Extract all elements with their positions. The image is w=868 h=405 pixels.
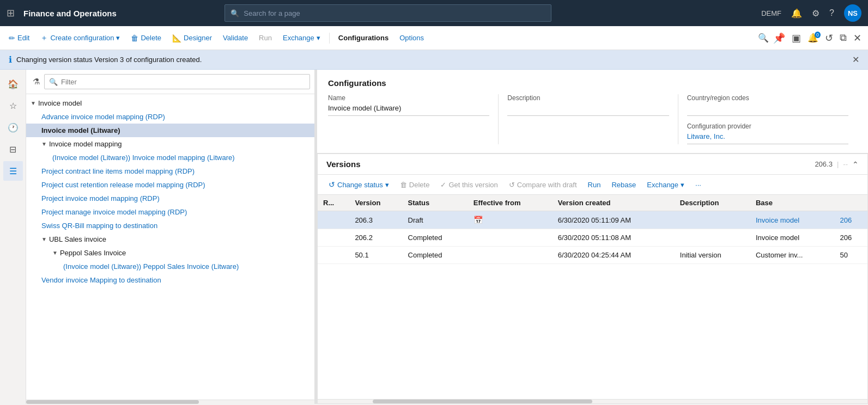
col-base: Base [750,195,834,211]
provider-value[interactable]: Litware, Inc. [687,132,848,144]
tree-item-peppol-sales[interactable]: ▼ Peppol Sales Invoice [26,246,314,260]
tree-item-project-contract[interactable]: Project contract line items model mappin… [26,164,314,178]
pin-icon[interactable]: 📌 [773,32,785,44]
table-row[interactable]: 206.2 Completed 6/30/2020 05:11:08 AM In… [318,229,867,247]
cell-base-num-3: 50 [834,247,867,264]
tree-item-swiss-qr[interactable]: Swiss QR-Bill mapping to destination [26,219,314,232]
config-provider-section: Configuration provider Litware, Inc. [687,122,848,144]
cell-effective-2 [468,229,553,247]
versions-table: R... Version Status Effective from Versi… [318,195,867,399]
configurations-button[interactable]: Configurations [334,32,393,44]
refresh-icon[interactable]: ↺ [825,32,833,44]
search-placeholder: Search for a page [244,9,300,17]
config-section-title: Configurations [328,78,857,88]
favorites-icon-btn[interactable]: ☆ [3,96,23,115]
nav-page-sep: -- [843,160,848,168]
run-button[interactable]: Run [254,32,276,44]
versions-scrollbar-thumb[interactable] [373,400,593,403]
tree-item-invoice-litware[interactable]: Invoice model (Litware) [26,124,314,137]
rebase-button[interactable]: Rebase [607,179,640,191]
workspaces-icon-btn[interactable]: ⊟ [3,139,23,159]
versions-delete-button[interactable]: 🗑 Delete [396,179,434,191]
tree-scrollbar-thumb[interactable] [26,400,199,404]
cell-r-2 [318,229,349,247]
cell-base-num-1[interactable]: 206 [834,211,867,229]
filter-icon[interactable]: ⚗ [31,75,42,89]
tree-item-project-cust[interactable]: Project cust retention release model map… [26,178,314,192]
versions-scrollbar [318,399,867,403]
open-in-new-icon[interactable]: ⧉ [840,32,847,44]
recent-icon-btn[interactable]: 🕐 [3,118,23,137]
bell-icon[interactable]: 🔔 [791,8,802,19]
exchange-chevron-icon-2: ▾ [681,181,684,189]
compare-draft-button[interactable]: ↺ Compare with draft [505,179,581,191]
cell-base-3: Customer inv... [750,247,834,264]
tree-item-advance-invoice[interactable]: Advance invoice model mapping (RDP) [26,110,314,124]
sidebar-toggle-icon[interactable]: ▣ [792,32,801,44]
col-base-num [834,195,867,211]
tree-item-invoice-model-mapping[interactable]: ▼ Invoice model mapping [26,137,314,151]
info-icon: ℹ [9,54,12,65]
tree-item-peppol-litware[interactable]: (Invoice model (Litware)) Peppol Sales I… [26,260,314,273]
table-row[interactable]: 50.1 Completed 6/30/2020 04:25:44 AM Ini… [318,247,867,264]
designer-icon: 📐 [172,34,181,42]
search-bar[interactable]: 🔍 Search for a page [224,4,551,22]
tree-item-project-invoice[interactable]: Project invoice model mapping (RDP) [26,192,314,205]
help-icon[interactable]: ? [829,8,834,18]
tree-item-project-manage[interactable]: Project manage invoice model mapping (RD… [26,205,314,219]
config-section: Configurations Name Invoice model (Litwa… [317,70,868,154]
modules-icon-btn[interactable]: ☰ [3,161,23,181]
delete-button[interactable]: 🗑 Delete [126,32,166,45]
notification-badge[interactable]: 🔔0 [808,33,818,43]
tree-item-ubl-sales[interactable]: ▼ UBL Sales invoice [26,232,314,246]
name-value[interactable]: Invoice model (Litware) [328,104,489,116]
refresh-icon-sm: ↺ [329,180,335,189]
banner-close-button[interactable]: ✕ [852,54,859,65]
edit-button[interactable]: ✏ Edit [4,32,34,45]
tree-scrollbar [26,400,314,404]
exchange-button[interactable]: Exchange ▾ [278,32,325,44]
user-avatar[interactable]: NS [844,4,861,22]
more-button[interactable]: ··· [691,179,706,191]
col-description: Description [675,195,750,211]
cell-base-2: Invoice model [750,229,834,247]
create-config-button[interactable]: ＋ Create configuration ▾ [36,31,124,45]
change-status-button[interactable]: ↺ Change status ▾ [324,178,393,191]
options-button[interactable]: Options [395,32,428,44]
close-page-icon[interactable]: ✕ [853,32,861,44]
nav-up-button[interactable]: ⌃ [852,160,859,169]
get-version-button[interactable]: ✓ Get this version [436,179,502,191]
col-r: R... [318,195,349,211]
versions-run-button[interactable]: Run [584,179,605,191]
tree-item-invoice-model[interactable]: ▼ Invoice model [26,96,314,110]
cell-base-num-2: 206 [834,229,867,247]
create-chevron-icon: ▾ [116,34,120,42]
versions-exchange-button[interactable]: Exchange ▾ [642,179,689,191]
toolbar-sep-1 [329,33,330,44]
designer-button[interactable]: 📐 Designer [168,32,216,45]
home-icon-btn[interactable]: 🏠 [3,74,23,94]
filter-input-wrapper: 🔍 [44,74,310,89]
description-value[interactable] [507,104,669,116]
env-label: DEMF [761,9,781,17]
cell-version-2: 206.2 [349,229,402,247]
calendar-icon[interactable]: 📅 [474,216,483,224]
tree-item-invoice-litware-mapping[interactable]: (Invoice model (Litware)) Invoice model … [26,151,314,164]
filter-input[interactable] [61,78,305,86]
tree-content: ▼ Invoice model Advance invoice model ma… [26,94,314,400]
tree-item-vendor-invoice[interactable]: Vendor invoice Mapping to destination [26,273,314,287]
validate-button[interactable]: Validate [218,32,252,44]
name-label: Name [328,94,489,102]
get-icon: ✓ [440,181,446,189]
versions-toolbar: ↺ Change status ▾ 🗑 Delete ✓ Get this ve… [318,175,867,195]
versions-nav: 206.3 | -- ⌃ [815,160,859,169]
col-status: Status [403,195,468,211]
toolbar-search-icon[interactable]: 🔍 [758,33,769,43]
main-toolbar: ✏ Edit ＋ Create configuration ▾ 🗑 Delete… [0,26,868,50]
grid-icon[interactable]: ⊞ [7,7,15,19]
settings-icon[interactable]: ⚙ [812,8,820,19]
country-value[interactable] [687,104,848,116]
cell-base-1[interactable]: Invoice model [750,211,834,229]
edit-icon: ✏ [9,34,15,42]
table-row[interactable]: 206.3 Draft 📅 6/30/2020 05:11:09 AM Invo… [318,211,867,229]
